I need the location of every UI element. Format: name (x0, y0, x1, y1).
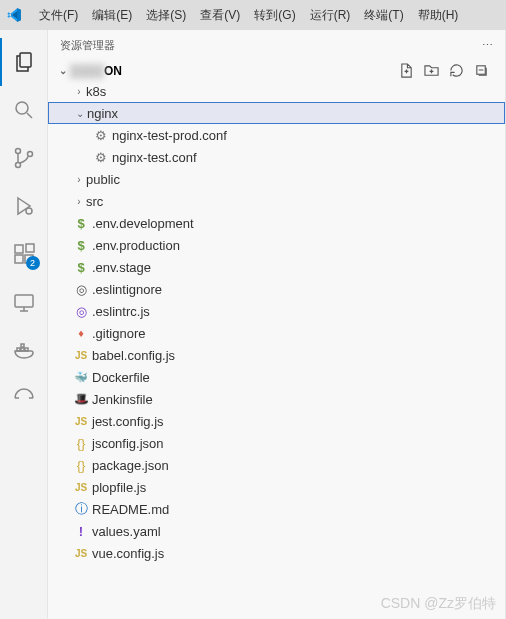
item-label: Jenkinsfile (92, 392, 153, 407)
item-label: .gitignore (92, 326, 145, 341)
folder-row[interactable]: ›src (48, 190, 505, 212)
js-icon: JS (72, 416, 90, 427)
item-label: package.json (92, 458, 169, 473)
js-icon: JS (72, 350, 90, 361)
file-row[interactable]: ♦.gitignore (48, 322, 505, 344)
js-icon: JS (72, 482, 90, 493)
menu-help[interactable]: 帮助(H) (411, 7, 466, 24)
new-file-icon[interactable] (399, 63, 414, 78)
item-label: vue.config.js (92, 546, 164, 561)
explorer-icon[interactable] (0, 38, 48, 86)
file-row[interactable]: !values.yaml (48, 520, 505, 542)
item-label: .eslintignore (92, 282, 162, 297)
file-row[interactable]: 🐳Dockerfile (48, 366, 505, 388)
info-icon: ⓘ (72, 500, 90, 518)
run-debug-icon[interactable] (0, 182, 48, 230)
new-folder-icon[interactable] (424, 63, 439, 78)
file-row[interactable]: $.env.production (48, 234, 505, 256)
svg-rect-6 (15, 245, 23, 253)
item-label: jest.config.js (92, 414, 164, 429)
item-label: Dockerfile (92, 370, 150, 385)
root-name-hidden: ████ (70, 64, 104, 78)
file-row[interactable]: ◎.eslintignore (48, 278, 505, 300)
folder-row[interactable]: ⌄nginx (48, 102, 505, 124)
refresh-icon[interactable] (449, 63, 464, 78)
file-row[interactable]: JSplopfile.js (48, 476, 505, 498)
json-icon: {} (72, 458, 90, 473)
menu-file[interactable]: 文件(F) (32, 7, 85, 24)
svg-point-1 (16, 102, 28, 114)
item-label: values.yaml (92, 524, 161, 539)
file-row[interactable]: ◎.eslintrc.js (48, 300, 505, 322)
item-label: src (86, 194, 103, 209)
more-actions-icon[interactable]: ⋯ (482, 39, 493, 52)
svg-rect-10 (15, 295, 33, 307)
item-label: babel.config.js (92, 348, 175, 363)
item-label: .env.production (92, 238, 180, 253)
folder-row[interactable]: ›public (48, 168, 505, 190)
file-row[interactable]: JSbabel.config.js (48, 344, 505, 366)
vscode-logo-icon (4, 5, 24, 25)
search-icon[interactable] (0, 86, 48, 134)
file-row[interactable]: $.env.development (48, 212, 505, 234)
menu-select[interactable]: 选择(S) (139, 7, 193, 24)
gitlens-icon[interactable] (0, 374, 48, 422)
svg-point-2 (15, 149, 20, 154)
item-label: plopfile.js (92, 480, 146, 495)
dollar-icon: $ (72, 216, 90, 231)
item-label: .env.development (92, 216, 194, 231)
file-row[interactable]: JSvue.config.js (48, 542, 505, 564)
svg-rect-0 (20, 53, 31, 67)
menu-edit[interactable]: 编辑(E) (85, 7, 139, 24)
svg-point-5 (26, 208, 32, 214)
menu-goto[interactable]: 转到(G) (247, 7, 302, 24)
menu-terminal[interactable]: 终端(T) (357, 7, 410, 24)
js-icon: JS (72, 548, 90, 559)
file-row[interactable]: ⚙nginx-test.conf (48, 146, 505, 168)
svg-rect-9 (26, 244, 34, 252)
chevron-right-icon: › (72, 196, 86, 207)
file-row[interactable]: 🎩Jenkinsfile (48, 388, 505, 410)
chevron-right-icon: › (72, 174, 86, 185)
gear-icon: ⚙ (92, 150, 110, 165)
file-row[interactable]: ⓘREADME.md (48, 498, 505, 520)
file-row[interactable]: $.env.stage (48, 256, 505, 278)
file-row[interactable]: ⚙nginx-test-prod.conf (48, 124, 505, 146)
chevron-down-icon: ⌄ (73, 108, 87, 119)
jenkins-icon: 🎩 (72, 392, 90, 406)
item-label: nginx-test.conf (112, 150, 197, 165)
source-control-icon[interactable] (0, 134, 48, 182)
extensions-icon[interactable]: 2 (0, 230, 48, 278)
menu-view[interactable]: 查看(V) (193, 7, 247, 24)
collapse-all-icon[interactable] (474, 63, 489, 78)
title-bar: 文件(F) 编辑(E) 选择(S) 查看(V) 转到(G) 运行(R) 终端(T… (0, 0, 506, 30)
item-label: jsconfig.json (92, 436, 164, 451)
menu-run[interactable]: 运行(R) (303, 7, 358, 24)
chevron-down-icon: ⌄ (56, 65, 70, 76)
file-row[interactable]: JSjest.config.js (48, 410, 505, 432)
remote-icon[interactable] (0, 278, 48, 326)
eslint-icon: ◎ (72, 282, 90, 297)
file-tree: ›k8s⌄nginx⚙nginx-test-prod.conf⚙nginx-te… (48, 80, 505, 619)
explorer-title: 资源管理器 (60, 38, 115, 53)
git-icon: ♦ (72, 327, 90, 339)
docker-icon: 🐳 (72, 371, 90, 384)
eslint-icon: ◎ (72, 304, 90, 319)
svg-rect-14 (21, 344, 24, 347)
dollar-icon: $ (72, 260, 90, 275)
activity-bar: 2 (0, 30, 48, 619)
docker-icon[interactable] (0, 326, 48, 374)
item-label: .env.stage (92, 260, 151, 275)
workspace-root[interactable]: ⌄ ████ ON (48, 61, 505, 80)
item-label: k8s (86, 84, 106, 99)
file-row[interactable]: {}jsconfig.json (48, 432, 505, 454)
dollar-icon: $ (72, 238, 90, 253)
item-label: public (86, 172, 120, 187)
chevron-right-icon: › (72, 86, 86, 97)
explorer-sidebar: 资源管理器 ⋯ ⌄ ████ ON ›k8s⌄nginx⚙nginx-test-… (48, 30, 506, 619)
file-row[interactable]: {}package.json (48, 454, 505, 476)
item-label: .eslintrc.js (92, 304, 150, 319)
item-label: README.md (92, 502, 169, 517)
folder-row[interactable]: ›k8s (48, 80, 505, 102)
root-name-suffix: ON (104, 64, 122, 78)
